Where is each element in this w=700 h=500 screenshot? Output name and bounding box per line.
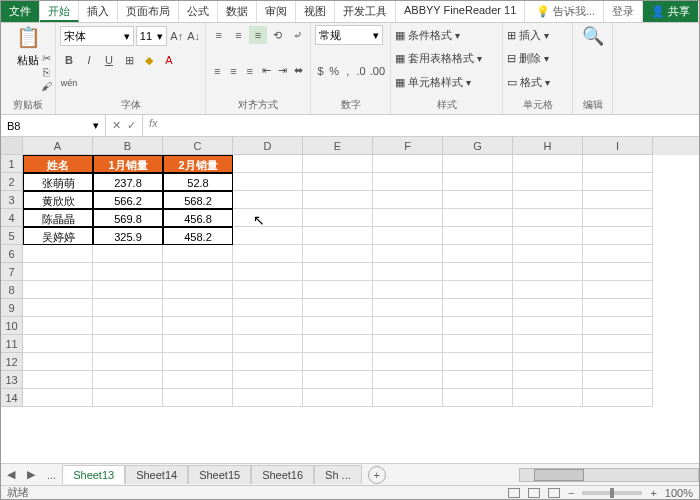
cell[interactable] [23, 299, 93, 317]
cell[interactable] [163, 353, 233, 371]
cell[interactable] [373, 209, 443, 227]
font-color-button[interactable]: A [160, 51, 178, 69]
cell[interactable]: 52.8 [163, 173, 233, 191]
row-header[interactable]: 12 [1, 353, 23, 371]
cell[interactable] [373, 245, 443, 263]
indent-inc-icon[interactable]: ⇥ [275, 62, 289, 80]
col-header[interactable]: I [583, 137, 653, 155]
view-layout-icon[interactable] [528, 488, 540, 498]
cell[interactable]: 张萌萌 [23, 173, 93, 191]
cell[interactable] [373, 335, 443, 353]
cell[interactable] [373, 389, 443, 407]
cell[interactable] [233, 353, 303, 371]
tab-insert[interactable]: 插入 [79, 1, 118, 22]
insert-button[interactable]: ⊞插入 ▾ [507, 25, 568, 45]
cell[interactable] [93, 263, 163, 281]
row-header[interactable]: 11 [1, 335, 23, 353]
cell[interactable]: 325.9 [93, 227, 163, 245]
cell[interactable] [373, 191, 443, 209]
cell[interactable] [23, 335, 93, 353]
cell[interactable] [443, 263, 513, 281]
cell[interactable] [513, 299, 583, 317]
cell[interactable] [93, 245, 163, 263]
cell[interactable] [93, 335, 163, 353]
cell[interactable] [163, 335, 233, 353]
cell[interactable] [23, 353, 93, 371]
row-header[interactable]: 1 [1, 155, 23, 173]
select-all-corner[interactable] [1, 137, 23, 155]
cell[interactable] [513, 191, 583, 209]
cell[interactable] [583, 371, 653, 389]
cell[interactable] [373, 227, 443, 245]
cell[interactable] [23, 389, 93, 407]
col-header[interactable]: C [163, 137, 233, 155]
spreadsheet-grid[interactable]: ABCDEFGHI1姓名1月销量2月销量2张萌萌237.852.83黄欣欣566… [1, 137, 699, 407]
cell[interactable]: 2月销量 [163, 155, 233, 173]
cell[interactable] [443, 155, 513, 173]
cell-style-button[interactable]: ▦单元格样式 ▾ [395, 72, 498, 92]
cell[interactable] [373, 155, 443, 173]
cell[interactable] [443, 173, 513, 191]
cell[interactable]: 569.8 [93, 209, 163, 227]
cell[interactable] [583, 299, 653, 317]
cell[interactable] [513, 263, 583, 281]
cell[interactable] [303, 263, 373, 281]
formula-input[interactable] [164, 115, 699, 136]
cell[interactable] [233, 155, 303, 173]
cell[interactable] [583, 335, 653, 353]
cell[interactable] [513, 173, 583, 191]
cell[interactable]: 1月销量 [93, 155, 163, 173]
row-header[interactable]: 10 [1, 317, 23, 335]
cell[interactable] [93, 281, 163, 299]
login-button[interactable]: 登录 [604, 1, 643, 22]
indent-dec-icon[interactable]: ⇤ [259, 62, 273, 80]
cell[interactable] [303, 245, 373, 263]
cell[interactable] [163, 281, 233, 299]
cell[interactable] [373, 299, 443, 317]
cell[interactable] [373, 263, 443, 281]
cell[interactable] [443, 371, 513, 389]
cell[interactable] [303, 191, 373, 209]
fill-color-button[interactable]: ◆ [140, 51, 158, 69]
cancel-icon[interactable]: ✕ [112, 119, 121, 132]
cell[interactable] [233, 335, 303, 353]
row-header[interactable]: 5 [1, 227, 23, 245]
col-header[interactable]: F [373, 137, 443, 155]
cell[interactable] [303, 155, 373, 173]
cell[interactable] [23, 263, 93, 281]
cell[interactable] [443, 335, 513, 353]
cell[interactable] [303, 173, 373, 191]
cell[interactable] [513, 227, 583, 245]
cell[interactable] [513, 245, 583, 263]
conditional-format-button[interactable]: ▦条件格式 ▾ [395, 25, 498, 45]
cell[interactable] [373, 317, 443, 335]
cell[interactable] [233, 317, 303, 335]
tell-me[interactable]: 💡 告诉我... [528, 1, 604, 22]
cell[interactable] [443, 317, 513, 335]
cell[interactable] [583, 389, 653, 407]
cell[interactable] [233, 173, 303, 191]
cell[interactable] [233, 371, 303, 389]
col-header[interactable]: G [443, 137, 513, 155]
row-header[interactable]: 14 [1, 389, 23, 407]
sheet-nav-prev[interactable]: ◀ [1, 468, 21, 481]
cell[interactable] [93, 353, 163, 371]
cell[interactable] [583, 317, 653, 335]
cell[interactable] [93, 299, 163, 317]
cell[interactable]: 237.8 [93, 173, 163, 191]
col-header[interactable]: E [303, 137, 373, 155]
sheet-nav-next[interactable]: ▶ [21, 468, 41, 481]
cell[interactable] [513, 209, 583, 227]
cell[interactable] [93, 317, 163, 335]
phonetic-icon[interactable]: wén [60, 74, 78, 92]
row-header[interactable]: 8 [1, 281, 23, 299]
sheet-tab[interactable]: Sheet15 [188, 465, 251, 484]
cell[interactable] [513, 389, 583, 407]
add-sheet-button[interactable]: + [368, 466, 386, 484]
cell[interactable] [163, 299, 233, 317]
copy-icon[interactable]: ⎘ [41, 65, 52, 79]
wrap-text-icon[interactable]: ⤶ [288, 26, 306, 44]
cell[interactable] [443, 281, 513, 299]
cell[interactable] [23, 245, 93, 263]
align-left-icon[interactable]: ≡ [210, 62, 224, 80]
